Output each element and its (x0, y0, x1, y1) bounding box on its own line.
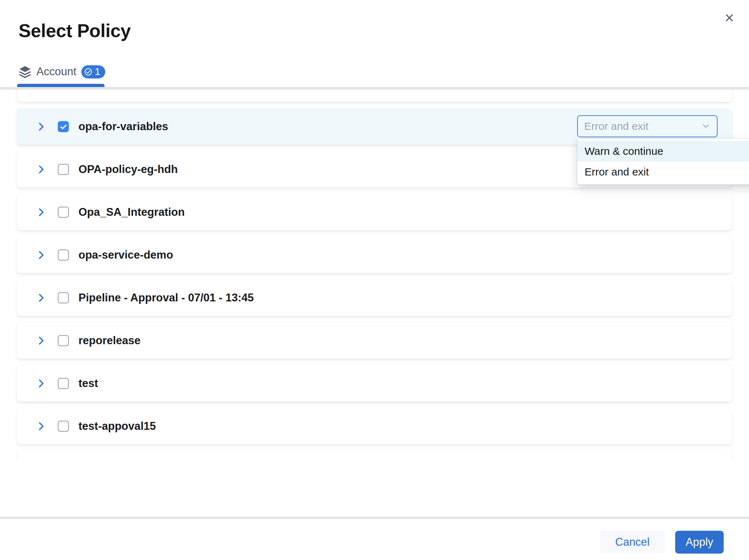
policy-row[interactable]: Pipeline - Approval - 07/01 - 13:45 (17, 280, 732, 316)
chevron-right-icon[interactable] (35, 292, 47, 304)
badge-count: 1 (95, 66, 100, 77)
divider (0, 516, 749, 519)
tab-account[interactable]: Account 1 (19, 64, 105, 79)
policy-label: opa-for-variables (78, 120, 168, 133)
policy-checkbox[interactable] (58, 378, 69, 389)
policy-row[interactable]: opa-service-demo (17, 237, 732, 273)
check-circle-icon (84, 68, 92, 76)
select-value: Error and exit (584, 120, 700, 132)
page-title: Select Policy (19, 20, 131, 41)
dropdown-option[interactable]: Warn & continue (577, 141, 749, 162)
chevron-right-icon[interactable] (35, 377, 47, 390)
policy-row[interactable]: test (17, 365, 732, 402)
active-tab-indicator (17, 84, 105, 87)
policy-row[interactable]: Opa_SA_Integration (17, 194, 732, 230)
policy-checkbox[interactable] (58, 335, 69, 346)
policy-row[interactable] (17, 451, 732, 460)
policy-checkbox[interactable] (58, 207, 69, 218)
chevron-right-icon[interactable] (35, 121, 47, 133)
chevron-right-icon[interactable] (35, 249, 47, 261)
policy-label: opa-service-demo (78, 249, 173, 261)
policy-checkbox[interactable] (58, 250, 69, 261)
policy-label: test (78, 377, 98, 390)
chevron-right-icon[interactable] (35, 420, 47, 432)
cancel-button[interactable]: Cancel (600, 531, 665, 554)
dropdown-option[interactable]: Error and exit (577, 162, 749, 182)
chevron-right-icon[interactable] (35, 163, 47, 175)
policy-label: reporelease (78, 334, 141, 347)
dropdown-menu: Warn & continueError and exit (577, 139, 749, 184)
policy-label: OPA-policy-eg-hdh (78, 163, 178, 176)
selected-count-badge: 1 (81, 65, 105, 78)
policy-checkbox[interactable] (58, 164, 69, 175)
tab-label: Account (36, 65, 76, 78)
chevron-right-icon[interactable] (35, 206, 47, 218)
policy-row[interactable]: reporelease (17, 322, 732, 359)
close-icon[interactable] (721, 9, 738, 26)
policy-label: test-appoval15 (78, 420, 156, 433)
policy-checkbox[interactable] (58, 121, 69, 132)
policy-checkbox[interactable] (58, 421, 69, 432)
policy-checkbox[interactable] (58, 292, 69, 304)
chevron-down-icon (700, 121, 711, 132)
apply-button[interactable]: Apply (675, 531, 724, 554)
policy-label: Pipeline - Approval - 07/01 - 13:45 (78, 291, 254, 304)
policy-row[interactable] (17, 90, 732, 102)
policy-row[interactable]: test-appoval15 (17, 408, 732, 444)
divider (0, 87, 749, 90)
chevron-right-icon[interactable] (35, 335, 47, 347)
layers-icon (19, 65, 31, 78)
policy-label: Opa_SA_Integration (78, 206, 185, 219)
policy-action-select[interactable]: Error and exit (577, 115, 718, 137)
